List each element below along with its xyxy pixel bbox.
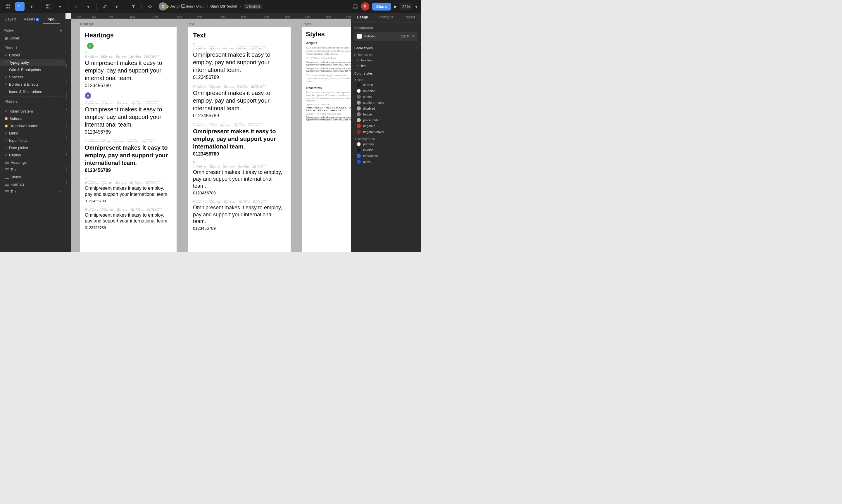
ruler-label-400: 400	[92, 16, 95, 18]
svg-rect-8	[75, 5, 78, 8]
shape-tool-dropdown[interactable]: ▾	[84, 2, 93, 11]
text-frame: Text 64 Font FamilyTT Norma Pro Weightre…	[188, 27, 291, 252]
canvas-with-ruler: 250 500 750 1000 1250 1500 1750 2000 225…	[66, 19, 351, 252]
zoom-level[interactable]: 25%	[400, 3, 412, 10]
sidebar-item-buttons[interactable]: Buttons	[0, 115, 66, 122]
tab-inspect[interactable]: Inspect	[398, 13, 421, 22]
buttons-dot-icon	[5, 117, 7, 120]
text-sample-64-medium: Font FamilyTT Norma Pro Weightmedium: 50…	[193, 84, 286, 119]
tab-typo[interactable]: Typo...	[43, 15, 60, 24]
color-item-inverse[interactable]: inverse	[357, 147, 417, 153]
frame-label-styles: Styles	[302, 22, 311, 26]
sidebar-item-styles[interactable]: Styles	[0, 173, 66, 181]
move-tool-dropdown[interactable]: ▾	[27, 2, 36, 11]
zoom-dropdown[interactable]: ▾	[415, 4, 417, 10]
text-style-text[interactable]: ▶ text	[354, 63, 417, 68]
color-item-subtle-on-color[interactable]: subtle-on-color	[357, 100, 417, 106]
sidebar-item-typography[interactable]: ✓ Typography ▾	[0, 59, 66, 66]
avatar-green: A	[87, 43, 93, 49]
sidebar-item-datepicker[interactable]: ✓ Date picker	[0, 144, 66, 151]
sidebar-item-dropdown[interactable]: Dropdown button	[0, 122, 66, 129]
sidebar-item-colors[interactable]: ✓ Colors	[0, 51, 66, 59]
svg-marker-9	[148, 5, 152, 8]
canvas-area[interactable]: 250 400 750 1000 1250 1500 1750 2000 225…	[66, 13, 351, 252]
shape-tool-icon[interactable]	[72, 2, 81, 11]
canvas-viewport[interactable]: Headings Text Styles Headings A 64	[71, 19, 351, 252]
sidebar-group-phase2: Phase 2	[0, 98, 66, 105]
app-logo-icon[interactable]	[3, 2, 13, 11]
pen-tool-dropdown[interactable]: ▾	[112, 2, 121, 11]
text-style-heading[interactable]: ▶ heading	[354, 58, 417, 63]
tab-design[interactable]: Design	[351, 13, 374, 22]
frame-tool-icon[interactable]	[43, 2, 53, 11]
ruler-label-2250: 2250	[241, 16, 246, 18]
move-tool-icon[interactable]	[15, 2, 24, 11]
tab-assets[interactable]: Assets•	[21, 15, 42, 24]
color-group-text-title[interactable]: ▼ text	[354, 77, 417, 82]
color-item-primary[interactable]: primary	[357, 141, 417, 147]
add-style-icon[interactable]: +	[415, 45, 417, 51]
sidebar-item-cover[interactable]: Cover	[0, 35, 66, 42]
color-item-helper[interactable]: helper	[357, 111, 417, 117]
ruler-label-1250: 1250	[153, 16, 159, 18]
color-item-on-color[interactable]: on-color	[357, 88, 417, 94]
background-hex: F5F5F5	[364, 35, 399, 38]
user-avatar[interactable]: M	[361, 2, 369, 11]
sidebar-item-icons[interactable]: ✓ Icons & Illustrations	[0, 88, 66, 95]
tab-layers[interactable]: Layers	[2, 15, 20, 24]
background-color-swatch[interactable]	[357, 34, 362, 39]
frame-label-text: Text	[188, 22, 194, 26]
background-color-row[interactable]: F5F5F5 100% 👁	[354, 32, 417, 41]
visibility-eye-icon[interactable]: 👁	[412, 34, 415, 38]
pen-tool-icon[interactable]	[100, 2, 110, 11]
text-styles-chevron-icon[interactable]: ▶	[354, 53, 356, 56]
cover-icon	[5, 37, 7, 40]
play-button[interactable]: ▶	[394, 4, 397, 9]
headphones-icon[interactable]: 🎧	[352, 4, 358, 10]
sidebar-item-formats[interactable]: Formats	[0, 181, 66, 188]
ruler-label-3000: 3000	[305, 16, 310, 18]
color-item-negative[interactable]: negative	[357, 123, 417, 129]
sidebar-item-input[interactable]: ✓ Input fields	[0, 137, 66, 144]
components-tool-icon[interactable]	[145, 2, 155, 11]
typography-check-icon: ✓	[5, 60, 7, 64]
ruler-label-750: 750	[109, 16, 113, 18]
color-group-text: ▼ text default on-color	[354, 77, 417, 135]
svg-rect-4	[47, 5, 48, 6]
sidebar-item-headings[interactable]: Headings	[0, 159, 66, 166]
color-item-placeholder[interactable]: placeholder	[357, 117, 417, 123]
branch-label[interactable]: 1 branch	[244, 4, 262, 9]
headings-frame: Headings A 64 Font FamilyTT Norma Pro We…	[80, 27, 177, 252]
color-item-default[interactable]: default	[357, 82, 417, 88]
avatar-row: A	[85, 43, 172, 50]
sidebar-item-borders[interactable]: ✓ Borders & Effects	[0, 81, 66, 88]
color-dot-disabled	[357, 106, 361, 110]
color-item-interactive[interactable]: interactive	[357, 153, 417, 159]
color-item-disabled[interactable]: disabled	[357, 106, 417, 111]
heading-sample-64-bold: Font FamilyTT Norma Pro Weightbold: 700 …	[85, 139, 172, 173]
sidebar-item-grid[interactable]: ✓ Grid & Breakpoints	[0, 66, 66, 73]
color-group-background-title[interactable]: ▼ background	[354, 137, 417, 141]
sidebar-item-token[interactable]: ✓ Token System	[0, 108, 66, 115]
color-item-active[interactable]: active	[357, 159, 417, 165]
ruler-horizontal: 250 400 750 1000 1250 1500 1750 2000 225…	[71, 13, 351, 19]
color-dot-subtle	[357, 95, 361, 99]
text-tool-icon[interactable]: T	[129, 2, 138, 11]
local-styles-section: Local styles + ▶ Text styles ▶ heading ▶	[354, 45, 417, 165]
share-button[interactable]: Share	[372, 3, 391, 11]
sidebar-item-links[interactable]: ✓ Links	[0, 129, 66, 137]
color-dot-helper	[357, 112, 361, 116]
color-item-subtle[interactable]: subtle	[357, 94, 417, 100]
frame-tool-dropdown[interactable]: ▾	[55, 2, 65, 11]
tab-prototype[interactable]: Prototype	[374, 13, 398, 22]
color-dot-interactive	[357, 154, 361, 158]
color-item-negative-hover[interactable]: negative-hover	[357, 129, 417, 135]
heading-sample-48-medium: Font FamilyTT Norma Pro Weightmedium: 50…	[85, 207, 172, 230]
text-sample-56-regular: 56 Font FamilyTT Norma Pro Weightregular…	[193, 161, 286, 195]
text-sample-56-medium: Font FamilyTT Norma Pro Weightmedium: 50…	[193, 199, 286, 231]
add-page-icon[interactable]: +	[60, 28, 62, 33]
sidebar-item-text-bottom[interactable]: Text 👁	[0, 188, 66, 195]
sidebar-item-text[interactable]: Text	[0, 166, 66, 173]
sidebar-item-radios[interactable]: ✓ Radios	[0, 151, 66, 159]
sidebar-item-spacers[interactable]: ✓ Spacers	[0, 73, 66, 81]
